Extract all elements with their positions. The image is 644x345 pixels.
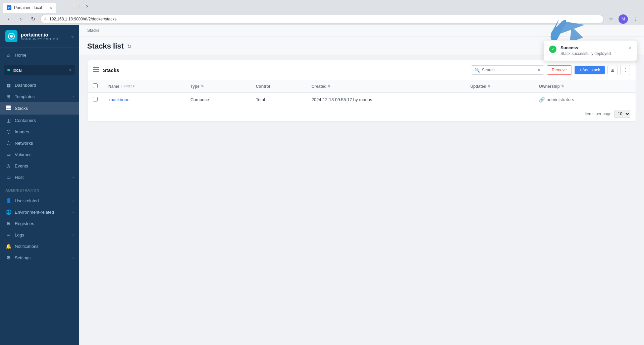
toast-close-btn[interactable]: × — [629, 45, 632, 51]
minimize-btn[interactable]: — — [61, 2, 70, 11]
sidebar-item-environment-related[interactable]: 🌐 Environment-related › — [0, 206, 79, 218]
stacks-panel-icon — [93, 66, 100, 74]
col-created-header[interactable]: Created ⇅ — [312, 84, 460, 89]
forward-btn[interactable]: › — [16, 14, 25, 24]
content-area: Stacks 🔍 × Remove + Add stack ⊞ ⋮ — [79, 55, 644, 345]
registries-icon: ⊕ — [5, 221, 11, 226]
user-related-chevron: › — [72, 199, 74, 203]
profile-btn[interactable]: M — [619, 14, 628, 24]
search-clear-btn[interactable]: × — [538, 67, 540, 73]
bookmark-btn[interactable]: ☆ — [606, 14, 616, 24]
sidebar-item-dashboard[interactable]: ▦ Dashboard — [0, 79, 79, 91]
search-box[interactable]: 🔍 × — [471, 65, 544, 75]
environment-chevron: › — [72, 210, 74, 214]
sidebar-item-home[interactable]: ⌂ Home — [0, 49, 79, 61]
sidebar-item-stacks[interactable]: Stacks — [0, 102, 79, 115]
networks-icon: ⬡ — [5, 140, 11, 146]
security-icon: ⚠ — [44, 17, 47, 21]
ownership-sort-icon: ⇅ — [561, 84, 564, 88]
browser-chrome: P Portainer | local × — ⬜ × — [0, 0, 644, 13]
select-all-checkbox[interactable] — [93, 83, 98, 88]
toast-success-icon: ✓ — [549, 46, 556, 53]
stacks-panel-title: Stacks — [103, 67, 468, 73]
env-status-dot — [7, 69, 10, 71]
browser-window-controls: — ⬜ × — [61, 2, 92, 11]
toast-content: Success Stack successfully deployed — [560, 45, 625, 56]
back-btn[interactable]: ‹ — [4, 14, 13, 24]
col-name-header[interactable]: Name ↓ Filter ▾ — [108, 84, 180, 89]
ownership-icon: 🔗 — [539, 97, 545, 102]
svg-rect-3 — [6, 107, 11, 109]
menu-btn[interactable]: ⋮ — [631, 14, 640, 24]
created-sort-icon: ⇅ — [328, 84, 330, 88]
main-content: Stacks Stacks list ↻ Stacks — [79, 25, 644, 345]
sidebar-item-settings[interactable]: ⚙ Settings › — [0, 252, 79, 263]
stack-name-link[interactable]: xbackbone — [108, 97, 129, 102]
settings-icon: ⚙ — [5, 255, 11, 260]
sidebar-item-networks[interactable]: ⬡ Networks — [0, 137, 79, 149]
page-refresh-btn[interactable]: ↻ — [127, 43, 131, 50]
ownership-value: administrators — [547, 97, 574, 102]
logs-chevron: › — [72, 233, 74, 237]
sidebar-collapse-btn[interactable]: « — [71, 34, 74, 39]
col-type-header[interactable]: Type ⇅ — [191, 84, 245, 89]
templates-chevron: › — [72, 94, 74, 98]
sidebar-item-volumes[interactable]: ▭ Volumes — [0, 149, 79, 160]
columns-toggle-btn[interactable]: ⊞ — [607, 65, 618, 75]
sidebar-admin-section: 👤 User-related › 🌐 Environment-related ›… — [0, 194, 79, 265]
per-page-select[interactable]: 10 — [614, 110, 630, 118]
remove-button[interactable]: Remove — [547, 65, 572, 75]
refresh-nav-btn[interactable]: ↻ — [28, 14, 38, 24]
containers-icon: ◫ — [5, 118, 11, 123]
svg-rect-5 — [93, 67, 99, 68]
maximize-btn[interactable]: ⬜ — [72, 2, 81, 11]
close-btn[interactable]: × — [83, 2, 92, 11]
tab-close-btn[interactable]: × — [50, 5, 52, 10]
more-options-btn[interactable]: ⋮ — [620, 65, 630, 75]
sidebar-item-templates[interactable]: ⊞ Templates › — [0, 91, 79, 102]
toast-title: Success — [560, 45, 625, 50]
sidebar-item-notifications[interactable]: 🔔 Notifications — [0, 240, 79, 252]
stack-type: Compose — [191, 97, 209, 102]
page-title: Stacks list — [87, 42, 124, 51]
logs-icon: ≡ — [5, 232, 11, 237]
row-checkbox[interactable] — [93, 97, 98, 101]
stacks-card: Stacks 🔍 × Remove + Add stack ⊞ ⋮ — [87, 60, 636, 122]
stack-created: 2024-12-13 09:55:17 by marius — [312, 97, 372, 102]
sidebar-item-containers[interactable]: ◫ Containers — [0, 115, 79, 126]
host-icon: ▭ — [5, 175, 11, 180]
col-updated-header[interactable]: Updated ⇅ — [470, 84, 528, 89]
type-sort-icon: ⇅ — [201, 84, 204, 88]
logo-text: portainer.io COMMUNITY EDITION — [21, 32, 58, 41]
sidebar-item-user-related[interactable]: 👤 User-related › — [0, 195, 79, 206]
table-body: xbackbone Compose Total 2024-12-13 09:55… — [88, 93, 636, 107]
stack-control: Total — [256, 97, 265, 102]
stacks-table: Name ↓ Filter ▾ Type ⇅ — [88, 80, 636, 107]
address-bar[interactable]: ⚠ 192.168.1.18:9000/#!/2/docker/stacks — [40, 15, 604, 23]
sidebar-item-logs[interactable]: ≡ Logs › — [0, 229, 79, 240]
active-tab[interactable]: P Portainer | local × — [3, 3, 56, 13]
stacks-card-header: Stacks 🔍 × Remove + Add stack ⊞ ⋮ — [88, 60, 636, 80]
col-ownership-header[interactable]: Ownership ⇅ — [539, 84, 630, 89]
add-stack-button[interactable]: + Add stack — [575, 66, 605, 74]
stack-updated: - — [470, 97, 472, 102]
sidebar-item-host[interactable]: ▭ Host › — [0, 171, 79, 183]
sidebar-item-registries[interactable]: ⊕ Registries — [0, 218, 79, 229]
search-input[interactable] — [482, 68, 536, 72]
sidebar-env-selector[interactable]: local × — [4, 65, 75, 75]
svg-rect-6 — [93, 69, 99, 70]
env-close-btn[interactable]: × — [69, 67, 72, 73]
stack-ownership: 🔗 administrators — [539, 97, 630, 102]
name-filter-btn[interactable]: Filter ▾ — [124, 84, 135, 88]
items-per-page-label: Items per page — [585, 112, 611, 116]
templates-icon: ⊞ — [5, 94, 11, 99]
sidebar-item-events[interactable]: ◷ Events — [0, 160, 79, 171]
sidebar-item-images[interactable]: ⬡ Images — [0, 126, 79, 137]
col-control-header: Control — [256, 84, 270, 89]
tab-favicon: P — [7, 5, 11, 10]
sidebar: portainer.io COMMUNITY EDITION « ⌂ Home … — [0, 25, 79, 345]
svg-point-1 — [10, 35, 13, 38]
notifications-icon: 🔔 — [5, 244, 11, 249]
svg-rect-2 — [6, 106, 11, 107]
sidebar-logo: portainer.io COMMUNITY EDITION « — [0, 25, 79, 48]
